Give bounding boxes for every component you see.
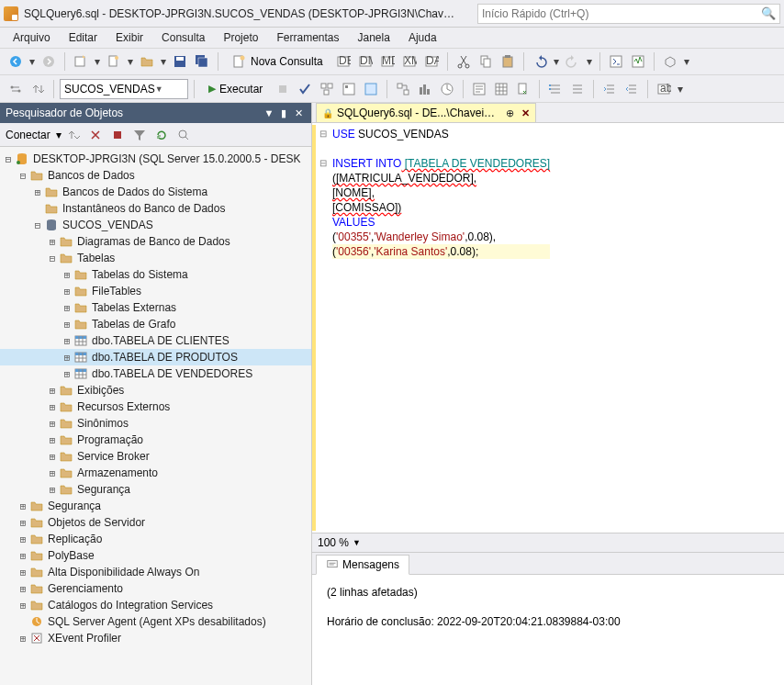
menu-exibir[interactable]: Exibir <box>108 29 151 46</box>
parse-button[interactable] <box>295 79 315 99</box>
menu-arquivo[interactable]: Arquivo <box>6 29 58 46</box>
menu-consulta[interactable]: Consulta <box>154 29 212 46</box>
tree-replication[interactable]: ⊞Replicação <box>0 531 311 547</box>
object-tree[interactable]: ⊟DESKTOP-JPRGI3N (SQL Server 15.0.2000.5… <box>0 147 311 685</box>
results-file-button[interactable] <box>513 79 533 99</box>
mdx-query-button[interactable]: MDX <box>377 51 398 72</box>
tree-table-vendedores[interactable]: ⊞dbo.TABELA DE VENDEDORES <box>0 365 311 382</box>
intellisense-button[interactable] <box>361 79 381 99</box>
outdent-button[interactable] <box>622 79 642 99</box>
toolbox-button[interactable] <box>660 51 680 72</box>
indent-button[interactable] <box>599 79 620 99</box>
tree-security-db[interactable]: ⊞Segurança <box>0 481 311 498</box>
save-all-button[interactable] <box>192 51 212 72</box>
code-editor[interactable]: ⊟⊟ USE SUCOS_VENDAS INSERT INTO [TABELA … <box>312 123 784 533</box>
panel-pin-icon[interactable]: ▮ <box>276 107 291 119</box>
quick-launch[interactable]: 🔍 <box>477 4 780 24</box>
editor-tab[interactable]: 🔒 SQLQuery6.sql - DE...\Chaveirinho (57)… <box>316 103 536 122</box>
tree-storage[interactable]: ⊞Armazenamento <box>0 465 311 481</box>
menu-editar[interactable]: Editar <box>62 29 105 46</box>
tree-sys-tables[interactable]: ⊞Tabelas do Sistema <box>0 266 311 283</box>
messages-tab[interactable]: Mensagens <box>316 555 409 575</box>
connect-filter-button[interactable] <box>63 125 84 145</box>
tree-security[interactable]: ⊞Segurança <box>0 498 311 514</box>
tree-synonyms[interactable]: ⊞Sinônimos <box>0 415 311 432</box>
panel-close-icon[interactable]: ✕ <box>291 107 306 119</box>
tree-integration[interactable]: ⊞Catálogos do Integration Services <box>0 597 311 613</box>
tree-always-on[interactable]: ⊞Alta Disponibilidade Always On <box>0 564 311 580</box>
stop-button[interactable] <box>107 125 128 145</box>
save-button[interactable] <box>170 51 190 72</box>
tree-polybase[interactable]: ⊞PolyBase <box>0 547 311 564</box>
disconnect-button[interactable] <box>85 125 106 145</box>
pin-icon[interactable]: ⊕ <box>506 107 514 119</box>
tree-db-sucos[interactable]: ⊟SUCOS_VENDAS <box>0 217 311 233</box>
new-project-button[interactable] <box>71 51 91 72</box>
tree-management[interactable]: ⊞Gerenciamento <box>0 580 311 597</box>
paste-button[interactable] <box>498 51 518 72</box>
tree-databases[interactable]: ⊟Bancos de Dados <box>0 167 311 184</box>
xmla-query-button[interactable]: XMLA <box>399 51 420 72</box>
tree-xevent[interactable]: ⊞XEvent Profiler <box>0 630 311 646</box>
tree-server[interactable]: ⊟DESKTOP-JPRGI3N (SQL Server 15.0.2000.5… <box>0 151 311 167</box>
open-file-button[interactable] <box>137 51 157 72</box>
tree-filetables[interactable]: ⊞FileTables <box>0 283 311 299</box>
dax-query-button[interactable]: DAX <box>421 51 442 72</box>
menu-ajuda[interactable]: Ajuda <box>401 29 444 46</box>
undo-dropdown[interactable]: ▾ <box>552 51 561 72</box>
specify-values-button[interactable]: ab <box>654 79 674 99</box>
menu-projeto[interactable]: Projeto <box>216 29 265 46</box>
estimated-plan-button[interactable] <box>317 79 337 99</box>
nav-back-dropdown[interactable]: ▾ <box>28 51 37 72</box>
results-text-button[interactable] <box>469 79 489 99</box>
cancel-query-button[interactable] <box>273 79 293 99</box>
nav-fwd-button[interactable] <box>39 51 59 72</box>
code-body[interactable]: USE SUCOS_VENDAS INSERT INTO [TABELA DE … <box>330 125 550 531</box>
tree-tables[interactable]: ⊟Tabelas <box>0 250 311 266</box>
de-query-button[interactable]: DE <box>333 51 353 72</box>
available-db-button[interactable] <box>28 79 48 99</box>
new-file-dropdown[interactable]: ▾ <box>126 51 135 72</box>
tree-table-clientes[interactable]: ⊞dbo.TABELA DE CLIENTES <box>0 332 311 349</box>
new-file-button[interactable] <box>104 51 124 72</box>
client-stats-button[interactable] <box>437 79 457 99</box>
dmx-query-button[interactable]: DMX <box>355 51 375 72</box>
query-options-button[interactable] <box>339 79 359 99</box>
comment-button[interactable] <box>545 79 566 99</box>
tree-views[interactable]: ⊞Exibições <box>0 382 311 399</box>
tree-server-objects[interactable]: ⊞Objetos de Servidor <box>0 514 311 531</box>
new-query-button[interactable]: Nova Consulta <box>224 51 331 72</box>
search-objects-button[interactable] <box>174 125 194 145</box>
panel-dropdown-icon[interactable]: ▼ <box>262 107 276 118</box>
zoom-value[interactable]: 100 % <box>318 536 349 549</box>
tree-table-produtos[interactable]: ⊞dbo.TABELA DE PRODUTOS <box>0 349 311 365</box>
menu-ferramentas[interactable]: Ferramentas <box>269 29 346 46</box>
tree-ext-resources[interactable]: ⊞Recursos Externos <box>0 399 311 415</box>
chevron-down-icon[interactable]: ▼ <box>353 538 361 547</box>
tree-agent[interactable]: ⊞SQL Server Agent (Agent XPs desabilitad… <box>0 613 311 630</box>
open-file-dropdown[interactable]: ▾ <box>159 51 168 72</box>
new-project-dropdown[interactable]: ▾ <box>93 51 102 72</box>
tree-graph-tables[interactable]: ⊞Tabelas de Grafo <box>0 316 311 332</box>
quick-launch-input[interactable] <box>482 7 761 20</box>
results-grid-button[interactable] <box>491 79 511 99</box>
specify-values-dropdown[interactable]: ▾ <box>676 79 685 99</box>
toolbox-dropdown[interactable]: ▾ <box>682 51 691 72</box>
include-plan-button[interactable] <box>393 79 413 99</box>
tree-programming[interactable]: ⊞Programação <box>0 432 311 448</box>
refresh-button[interactable] <box>151 125 172 145</box>
menu-janela[interactable]: Janela <box>351 29 398 46</box>
filter-button[interactable] <box>129 125 150 145</box>
copy-button[interactable] <box>476 51 496 72</box>
close-tab-icon[interactable]: ✕ <box>521 107 530 119</box>
tree-ext-tables[interactable]: ⊞Tabelas Externas <box>0 299 311 316</box>
messages-body[interactable]: (2 linhas afetadas) Horário de conclusão… <box>312 575 784 685</box>
change-connection-button[interactable] <box>6 79 26 99</box>
connect-label[interactable]: Conectar <box>6 129 50 141</box>
nav-back-button[interactable] <box>6 51 26 72</box>
properties-button[interactable] <box>606 51 626 72</box>
uncomment-button[interactable] <box>567 79 588 99</box>
execute-button[interactable]: ▶ Executar <box>200 79 271 99</box>
undo-button[interactable] <box>530 51 550 72</box>
database-selector[interactable]: SUCOS_VENDAS ▼ <box>60 79 188 99</box>
